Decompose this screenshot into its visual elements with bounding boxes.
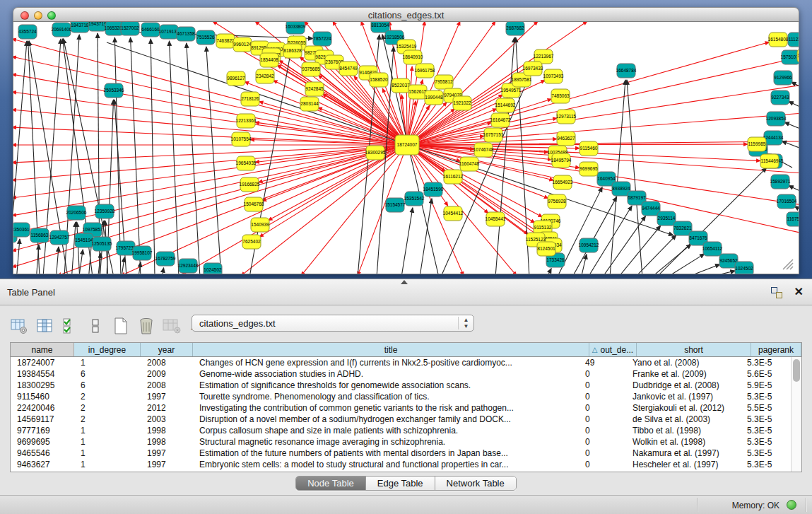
table-row[interactable]: 946362711997Embryonic stem cells: a mode… [11,459,791,470]
table-cell: 22420046 [11,402,74,414]
graph-node-label: 7832621 [673,226,692,230]
table-row[interactable]: 1456911722003Disruption of a novel membe… [11,414,791,425]
graph-node-label: 1921022 [453,100,471,105]
table-row[interactable]: 1938455462009Genome-wide association stu… [11,368,791,380]
graph-node-label: 16654923 [553,180,573,185]
graph-node-label: 6466160 [141,27,160,32]
column-header-pagerank[interactable]: pagerank [751,343,801,356]
table-row[interactable]: 1872400712008Changes of HCN gene express… [11,357,791,368]
delete-table-icon[interactable] [137,317,155,335]
graph-node-label: 12505135 [92,241,112,246]
table-cell: 0 [579,380,626,391]
graph-node-label: 4355724 [18,29,37,34]
column-header-year[interactable]: year [141,343,193,356]
table-cell: 2012 [141,402,193,414]
graph-node-label: 7955812 [435,79,453,84]
network-view-frame[interactable]: citations_edges.txt 18724007183002954355… [13,7,799,274]
new-table-icon[interactable] [112,317,130,335]
graph-node-label: 1588520 [370,77,388,82]
graph-node-label: 15751074 [781,54,799,59]
graph-node-label: 8454749 [339,66,358,71]
table-row[interactable]: 969969511998Structural magnetic resonanc… [11,436,791,448]
network-desktop: citations_edges.txt 18724007183002954355… [0,0,812,279]
graph-node-label: 19958107 [132,250,153,255]
float-panel-icon[interactable] [771,287,782,298]
table-cell: 6 [74,368,141,380]
table-row[interactable]: 1830029562008Estimation of significance … [11,380,791,391]
column-header-name[interactable]: name [11,343,74,356]
table-cell: 2003 [141,414,193,425]
graph-node-label: 17016504 [777,199,797,204]
graph-node-label: 1221331 [797,53,799,58]
graph-node-label: 9245652 [719,258,738,263]
table-row[interactable]: 2242004622012Investigating the contribut… [11,402,791,414]
table-cell: 1997 [141,459,193,470]
close-panel-icon[interactable]: ✕ [794,285,804,299]
table-cell: 2009 [141,368,193,380]
table-cell: 0 [579,436,626,448]
graph-node-label: 12093853 [766,116,787,121]
table-cell: 0 [579,368,626,380]
graph-node-label: 2803144 [300,101,319,106]
table-cell: 19384554 [11,368,74,380]
table-cell: Tourette syndrome. Phenomenology and cla… [193,391,579,402]
select-columns-icon[interactable] [61,317,79,335]
table-settings-icon[interactable] [10,317,28,335]
graph-node-label: 1562615 [408,89,427,94]
graph-node-label: 9227343 [771,95,789,100]
column-header-short[interactable]: short [637,343,751,356]
column-header-title[interactable]: title [193,343,589,356]
table-cell: 5.3E-5 [741,357,791,368]
table-cell: Hescheler et al. (1997) [626,459,741,470]
table-cell: de Silva et al. (2003) [626,414,741,425]
table-row[interactable]: 946554611997Estimation of the future num… [11,448,791,459]
node-table-header: name in_degree year title △ out_de... sh… [11,343,801,357]
graph-node-label: 10107554 [231,136,252,141]
graph-node-label: 7485063 [551,93,570,98]
table-cell: 1 [74,425,141,436]
table-scrollbar-thumb[interactable] [793,359,800,382]
graph-node-label: 9115460 [580,146,598,151]
memory-status-icon[interactable] [787,500,796,510]
graph-node-label: 9115132 [534,225,552,230]
row-height-icon[interactable] [86,317,105,335]
table-cell: 5.3E-5 [741,459,791,470]
table-cell: 0 [579,402,626,414]
graph-node-label: 15351542 [404,196,425,201]
table-cell: 5.9E-5 [741,380,791,391]
table-cell: 49 [579,357,626,368]
table-scrollbar[interactable] [791,357,801,472]
table-cell: 1998 [141,436,193,448]
table-row[interactable]: 911546021997Tourette syndrome. Phenomeno… [11,391,791,402]
graph-node-label: 1112334 [789,37,799,42]
graph-node-label: 10654112 [702,246,723,251]
graph-node-label: 8522037 [392,83,410,88]
graph-node-label: 2342842 [256,74,274,78]
graph-node-label: 9960124 [233,42,252,47]
table-toolbar: f(x) [10,315,206,337]
splitter-collapse-icon[interactable] [401,280,408,284]
table-panel-body: f(x) citations_edges.txt ▲▼ name in_degr… [0,305,812,495]
graph-node-label: 10454412 [443,211,464,216]
node-table-rows[interactable]: 1872400712008Changes of HCN gene express… [11,357,791,472]
graph-node-label: 18724007 [397,142,418,147]
table-cell: 0 [579,414,626,425]
graph-node-label: 18300295 [365,150,386,155]
table-select-dropdown[interactable]: citations_edges.txt ▲▼ [192,315,474,332]
network-window-titlebar[interactable]: citations_edges.txt [13,7,799,22]
tab-node-table[interactable]: Node Table [296,477,366,490]
graph-node-label: 2687682 [506,25,524,30]
network-canvas[interactable]: 1872400718300295435572420691406184371819… [13,22,799,274]
column-header-in-degree[interactable]: in_degree [74,343,141,356]
graph-node-label: 4671358 [177,31,195,36]
graph-node-label: 16033809 [286,24,306,29]
memory-status-label: Memory: OK [732,501,779,510]
tab-network-table[interactable]: Network Table [435,477,516,490]
table-cell: 9465546 [11,448,74,459]
table-cell: 9777169 [11,425,74,436]
table-cell: 1 [74,357,141,368]
column-header-out-degree[interactable]: △ out_de... [589,343,637,356]
tab-edge-table[interactable]: Edge Table [366,477,435,490]
table-row[interactable]: 977716911998Corpus callosum shape and si… [11,425,791,436]
show-columns-icon[interactable] [35,317,54,335]
